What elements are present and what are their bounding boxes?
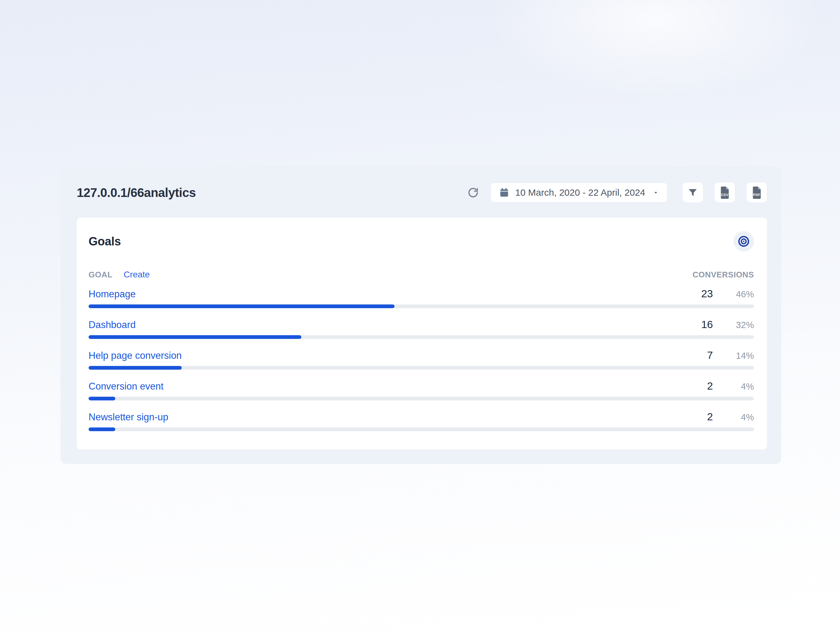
progress-bar-fill xyxy=(88,397,115,400)
conversions-column-header: CONVERSIONS xyxy=(692,270,754,279)
date-range-picker[interactable]: 10 March, 2020 - 22 April, 2024 xyxy=(491,183,667,202)
goals-card-header: Goals xyxy=(88,231,754,252)
progress-bar-track xyxy=(88,305,754,308)
date-range-label: 10 March, 2020 - 22 April, 2024 xyxy=(515,187,645,198)
filter-button[interactable] xyxy=(682,183,703,202)
goal-row: Help page conversion 7 14% xyxy=(88,349,754,369)
goal-column-header: GOAL xyxy=(88,270,112,279)
filter-icon xyxy=(687,187,698,198)
goal-header-group: GOAL Create xyxy=(88,270,150,279)
refresh-button[interactable] xyxy=(465,185,481,201)
conversions-percent: 4% xyxy=(713,382,754,392)
progress-bar-fill xyxy=(88,305,395,308)
conversions-count: 2 xyxy=(682,380,713,392)
goal-row: Conversion event 2 4% xyxy=(88,380,754,400)
goals-card: Goals GOAL Create CONVERSIONS Homepage xyxy=(77,218,767,450)
conversions-count: 7 xyxy=(682,349,713,361)
export-pdf-button[interactable]: PDF xyxy=(747,183,767,202)
conversions-count: 23 xyxy=(682,288,713,300)
progress-bar-fill xyxy=(88,335,302,339)
goal-link[interactable]: Help page conversion xyxy=(88,349,182,362)
caret-down-icon xyxy=(653,189,659,196)
conversions-percent: 46% xyxy=(713,289,754,300)
analytics-panel: 127.0.0.1/66analytics 10 March, 2020 - 2… xyxy=(61,166,781,464)
goals-rows: Homepage 23 46% Dashboard 16 32% xyxy=(88,288,754,431)
create-goal-link[interactable]: Create xyxy=(124,270,150,279)
conversions-percent: 14% xyxy=(713,351,754,361)
refresh-icon xyxy=(467,187,479,199)
csv-export-icon: CSV xyxy=(719,186,730,199)
site-title: 127.0.0.1/66analytics xyxy=(77,186,196,200)
svg-text:PDF: PDF xyxy=(753,193,761,197)
goal-link[interactable]: Conversion event xyxy=(88,380,163,393)
goal-row: Homepage 23 46% xyxy=(88,288,754,308)
pdf-export-icon: PDF xyxy=(751,186,762,199)
conversions-count: 16 xyxy=(682,318,713,330)
export-csv-button[interactable]: CSV xyxy=(715,183,735,202)
progress-bar-track xyxy=(88,366,754,369)
target-icon xyxy=(737,235,750,248)
progress-bar-fill xyxy=(88,428,115,431)
progress-bar-fill xyxy=(88,366,182,369)
progress-bar-track xyxy=(88,397,754,400)
conversions-percent: 32% xyxy=(713,320,754,330)
header-controls: 10 March, 2020 - 22 April, 2024 CSV xyxy=(465,183,767,202)
goal-row: Dashboard 16 32% xyxy=(88,318,754,339)
conversions-percent: 4% xyxy=(713,412,754,423)
goals-target-button[interactable] xyxy=(733,231,754,252)
panel-header: 127.0.0.1/66analytics 10 March, 2020 - 2… xyxy=(77,183,767,202)
progress-bar-track xyxy=(88,335,754,339)
goals-title: Goals xyxy=(88,235,121,248)
goal-row: Newsletter sign-up 2 4% xyxy=(88,411,754,431)
goal-link[interactable]: Dashboard xyxy=(88,319,136,331)
goal-link[interactable]: Homepage xyxy=(88,288,136,300)
svg-text:CSV: CSV xyxy=(721,193,728,197)
progress-bar-track xyxy=(88,428,754,431)
calendar-icon xyxy=(499,187,510,198)
goals-table-header: GOAL Create CONVERSIONS xyxy=(88,270,754,279)
goal-link[interactable]: Newsletter sign-up xyxy=(88,411,168,423)
conversions-count: 2 xyxy=(682,411,713,423)
